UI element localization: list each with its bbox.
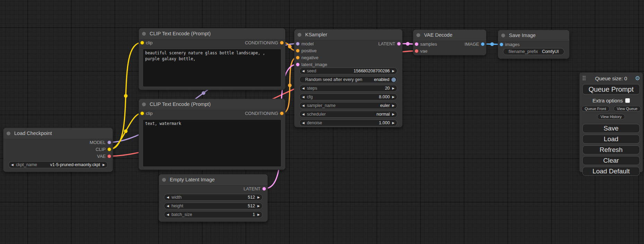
widget-sampler-name[interactable]: ◀sampler_nameeuler▶ [299, 102, 397, 109]
node-clip_text_encode_positive[interactable]: CLIP Text Encode (Prompt)clipCONDITIONIN… [139, 28, 285, 90]
decrement-arrow-icon[interactable]: ◀ [300, 94, 307, 100]
collapse-dot-icon[interactable] [7, 132, 10, 135]
widget-cfg[interactable]: ◀cfg8.000▶ [299, 93, 397, 100]
decrement-arrow-icon[interactable]: ◀ [300, 68, 307, 74]
decrement-arrow-icon[interactable]: ◀ [9, 162, 16, 168]
increment-arrow-icon[interactable]: ▶ [390, 111, 397, 117]
node-title: Empty Latent Image [170, 174, 215, 185]
node-vae_decode[interactable]: VAE DecodesamplesvaeIMAGE [413, 29, 486, 55]
widget-random-seed-after-every-gen[interactable]: Random seed after every genenabled [299, 76, 397, 83]
decrement-arrow-icon[interactable]: ◀ [300, 85, 307, 91]
output-socket-conditioning[interactable] [280, 111, 284, 115]
collapse-dot-icon[interactable] [162, 178, 166, 182]
collapse-dot-icon[interactable] [501, 34, 505, 37]
node-save_image[interactable]: Save Imageimagesfilename_prefixComfyUI [498, 30, 570, 59]
increment-arrow-icon[interactable]: ▶ [390, 102, 397, 109]
input-socket-samples[interactable] [415, 42, 418, 46]
load-default-button[interactable]: Load Default [582, 167, 640, 176]
gear-icon[interactable]: ⚙ [635, 75, 640, 82]
increment-arrow-icon[interactable]: ▶ [390, 85, 397, 91]
queue-prompt-button[interactable]: Queue Prompt [582, 84, 640, 94]
increment-arrow-icon[interactable]: ▶ [390, 68, 397, 74]
node-empty_latent_image[interactable]: Empty Latent ImageLATENT◀width512▶◀heigh… [159, 174, 268, 222]
widget-batch-size[interactable]: ◀batch_size1▶ [164, 211, 263, 218]
widget-label: seed [307, 69, 316, 73]
widget-value: enabled [374, 77, 390, 82]
widget-value: 20 [385, 86, 390, 91]
queue-panel: Queue size: 0 ⚙ Queue Prompt Extra optio… [579, 72, 643, 172]
node-clip_text_encode_negative[interactable]: CLIP Text Encode (Prompt)clipCONDITIONIN… [139, 99, 285, 170]
node-ksampler[interactable]: KSamplermodelpositivenegativelatent_imag… [294, 29, 403, 127]
node-header: Empty Latent Image [159, 174, 267, 186]
decrement-arrow-icon[interactable]: ◀ [300, 111, 307, 117]
decrement-arrow-icon[interactable]: ◀ [164, 203, 171, 209]
refresh-button[interactable]: Refresh [582, 145, 640, 154]
decrement-arrow-icon[interactable]: ◀ [164, 211, 171, 218]
output-socket-image[interactable] [481, 42, 485, 46]
widget-label: filename_prefix [509, 49, 538, 54]
increment-arrow-icon[interactable]: ▶ [100, 162, 107, 168]
view-history-button[interactable]: View History [597, 114, 625, 119]
widget-denoise[interactable]: ◀denoise1.000▶ [299, 119, 397, 126]
decrement-arrow-icon[interactable]: ◀ [164, 194, 171, 200]
input-socket-images[interactable] [500, 43, 503, 46]
collapse-dot-icon[interactable] [142, 102, 146, 106]
widget-scheduler[interactable]: ◀schedulernormal▶ [299, 111, 397, 118]
output-socket-vae[interactable] [107, 154, 111, 158]
increment-arrow-icon[interactable]: ▶ [255, 194, 262, 200]
load-button[interactable]: Load [582, 135, 640, 144]
collapse-dot-icon[interactable] [142, 32, 146, 36]
widget-seed[interactable]: ◀seed156680208700286▶ [299, 67, 397, 74]
extra-options-checkbox[interactable] [625, 98, 630, 103]
widget-ckpt-name[interactable]: ◀ckpt_namev1-5-pruned-emaonly.ckpt▶ [8, 161, 108, 168]
input-socket-negative[interactable] [296, 56, 300, 60]
output-socket-model[interactable] [107, 141, 111, 144]
input-socket-vae[interactable] [415, 49, 418, 53]
node-graph: Load CheckpointMODELCLIPVAE◀ckpt_namev1-… [0, 0, 644, 244]
view-queue-button[interactable]: View Queue [614, 106, 641, 111]
node-load_checkpoint[interactable]: Load CheckpointMODELCLIPVAE◀ckpt_namev1-… [3, 128, 113, 172]
comfyui-canvas[interactable]: { "icons": { "gear": "⚙", "combo_left": … [0, 0, 644, 244]
toggle-dot[interactable] [391, 78, 396, 82]
input-slot-label: negative [301, 54, 318, 61]
input-socket-latent-image[interactable] [296, 63, 300, 66]
prompt-textarea[interactable]: text, watermark [143, 119, 281, 167]
input-socket-model[interactable] [296, 42, 300, 46]
output-socket-clip[interactable] [107, 147, 111, 151]
prompt-textarea[interactable]: beautiful scenery nature glass bottle la… [143, 49, 281, 87]
drag-handle-icon[interactable] [583, 76, 586, 81]
clear-button[interactable]: Clear [582, 156, 640, 165]
output-socket-latent[interactable] [262, 187, 266, 191]
input-socket-positive[interactable] [296, 49, 300, 53]
increment-arrow-icon[interactable]: ▶ [255, 203, 262, 209]
queue-front-button[interactable]: Queue Front [581, 106, 610, 111]
output-slot-label: MODEL [90, 139, 106, 146]
increment-arrow-icon[interactable]: ▶ [390, 94, 397, 100]
widget-filename-prefix[interactable]: filename_prefixComfyUI [503, 48, 564, 55]
extra-options-row: Extra options [580, 98, 643, 103]
input-socket-clip[interactable] [140, 41, 144, 45]
decrement-arrow-icon[interactable]: ◀ [300, 102, 307, 109]
widget-label: cfg [307, 94, 313, 99]
widget-label: steps [307, 86, 317, 91]
widget-label: height [171, 204, 183, 208]
widget-label: ckpt_name [16, 162, 37, 167]
node-title: CLIP Text Encode (Prompt) [150, 99, 211, 109]
save-button[interactable]: Save [582, 124, 640, 133]
output-slot-label: LATENT [244, 186, 261, 192]
decrement-arrow-icon[interactable]: ◀ [300, 120, 307, 126]
increment-arrow-icon[interactable]: ▶ [255, 211, 262, 218]
output-slot-label: LATENT [378, 40, 395, 47]
increment-arrow-icon[interactable]: ▶ [390, 120, 397, 126]
widget-width[interactable]: ◀width512▶ [164, 194, 263, 201]
widget-label: batch_size [171, 212, 192, 217]
node-title: KSampler [305, 29, 327, 40]
collapse-dot-icon[interactable] [416, 33, 420, 37]
widget-height[interactable]: ◀height512▶ [164, 202, 263, 209]
output-socket-conditioning[interactable] [280, 41, 284, 45]
collapse-dot-icon[interactable] [298, 33, 301, 37]
output-socket-latent[interactable] [397, 42, 401, 46]
widget-steps[interactable]: ◀steps20▶ [299, 85, 397, 92]
input-slot-label: clip [146, 39, 153, 46]
input-socket-clip[interactable] [140, 111, 144, 115]
